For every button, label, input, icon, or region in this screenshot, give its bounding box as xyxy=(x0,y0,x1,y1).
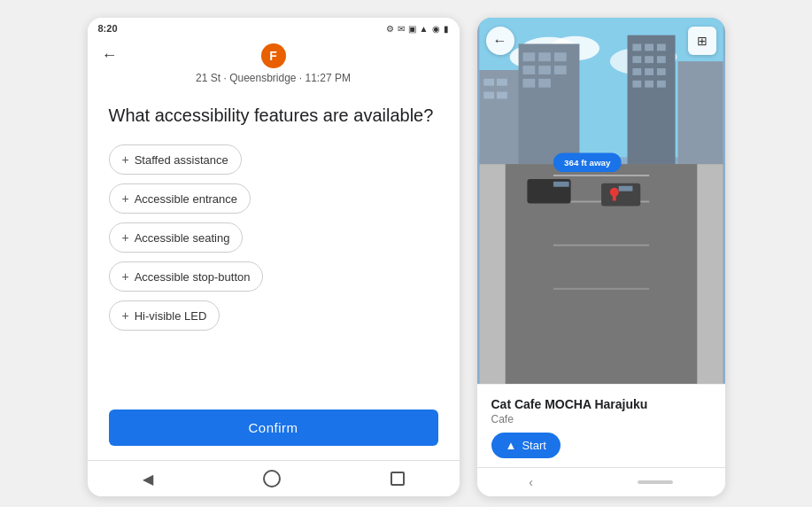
right-phone: 364 ft away ← ⊞ Cat Cafe MOCHA Harajuku … xyxy=(477,18,725,496)
svg-rect-27 xyxy=(632,68,641,75)
nav-header: ← F xyxy=(88,39,460,72)
svg-rect-16 xyxy=(538,66,551,74)
svg-rect-25 xyxy=(645,56,653,63)
svg-rect-8 xyxy=(483,92,494,99)
svg-rect-17 xyxy=(553,66,566,74)
option-accessible-seating[interactable]: + Accessible seating xyxy=(109,222,244,253)
app-container: 8:20 ⚙ ✉ ▣ ▲ ◉ ▮ ← F 21 St · Queensbridg… xyxy=(0,0,812,507)
option-accessible-entrance[interactable]: + Accessible entrance xyxy=(109,183,251,214)
svg-rect-36 xyxy=(697,164,723,384)
question-section: What accessibility features are availabl… xyxy=(88,90,460,137)
option-label-1: Staffed assistance xyxy=(135,153,228,167)
station-badge: F xyxy=(261,43,286,68)
svg-rect-43 xyxy=(553,182,568,187)
svg-rect-21 xyxy=(632,44,641,51)
option-staffed-assistance[interactable]: + Staffed assistance xyxy=(109,144,242,175)
option-hi-visible-led[interactable]: + Hi-visible LED xyxy=(109,300,220,331)
map-view: 364 ft away ← ⊞ xyxy=(477,18,725,384)
navigation-icon: ▲ xyxy=(506,439,517,452)
option-label-2: Accessible entrance xyxy=(135,192,237,206)
info-icon: ⊞ xyxy=(697,34,708,48)
svg-rect-47 xyxy=(612,192,615,201)
station-name: 21 St · Queensbridge · 11:27 PM xyxy=(88,72,460,90)
svg-rect-13 xyxy=(538,52,551,61)
plus-icon-1: + xyxy=(122,152,129,167)
signal-icon: ◉ xyxy=(432,24,440,34)
svg-rect-30 xyxy=(632,81,641,88)
status-icons: ⚙ ✉ ▣ ▲ ◉ ▮ xyxy=(386,24,449,34)
svg-rect-22 xyxy=(645,44,653,51)
street-scene-svg: 364 ft away xyxy=(477,18,725,384)
wifi-icon: ▲ xyxy=(420,24,429,34)
svg-rect-38 xyxy=(553,175,648,176)
place-type: Cafe xyxy=(491,413,711,425)
svg-rect-18 xyxy=(522,79,535,88)
message-icon: ✉ xyxy=(398,24,405,34)
plus-icon-4: + xyxy=(122,269,129,284)
start-label: Start xyxy=(522,439,545,452)
status-time: 8:20 xyxy=(98,23,118,34)
home-nav-button[interactable] xyxy=(263,470,281,488)
map-back-button[interactable]: ← xyxy=(486,27,514,55)
svg-text:364 ft away: 364 ft away xyxy=(564,158,611,168)
svg-rect-45 xyxy=(618,186,632,191)
svg-rect-19 xyxy=(538,79,551,88)
option-accessible-stop-button[interactable]: + Accessible stop-button xyxy=(109,261,264,292)
svg-rect-41 xyxy=(553,288,648,290)
option-label-4: Accessible stop-button xyxy=(135,270,251,284)
svg-rect-23 xyxy=(656,44,665,51)
svg-rect-20 xyxy=(627,35,675,167)
screen-icon: ▣ xyxy=(408,24,416,34)
settings-icon: ⚙ xyxy=(386,24,394,34)
map-info-button[interactable]: ⊞ xyxy=(688,27,716,55)
svg-rect-31 xyxy=(645,81,653,88)
bottom-nav: ◀ xyxy=(88,460,460,496)
svg-rect-33 xyxy=(677,61,723,166)
svg-rect-24 xyxy=(632,56,641,63)
question-title: What accessibility features are availabl… xyxy=(109,104,438,127)
battery-icon: ▮ xyxy=(444,24,449,34)
svg-rect-32 xyxy=(656,81,665,88)
confirm-section: Confirm xyxy=(88,395,460,460)
recents-nav-button[interactable] xyxy=(391,472,405,486)
plus-icon-5: + xyxy=(122,308,129,323)
svg-rect-28 xyxy=(645,68,653,75)
options-section: + Staffed assistance + Accessible entran… xyxy=(88,137,460,338)
chevron-icon[interactable]: ‹ xyxy=(529,475,533,489)
svg-rect-9 xyxy=(497,79,507,86)
right-bottom-nav: ‹ xyxy=(477,467,725,496)
svg-rect-40 xyxy=(553,245,648,246)
plus-icon-2: + xyxy=(122,191,129,206)
place-name: Cat Cafe MOCHA Harajuku xyxy=(491,397,711,411)
svg-rect-11 xyxy=(518,44,579,167)
nav-pill xyxy=(638,480,673,484)
confirm-button[interactable]: Confirm xyxy=(109,410,438,446)
plus-icon-3: + xyxy=(122,230,129,245)
start-button[interactable]: ▲ Start xyxy=(491,433,561,458)
place-card: Cat Cafe MOCHA Harajuku Cafe ▲ Start xyxy=(477,384,725,467)
svg-rect-26 xyxy=(656,56,665,63)
svg-rect-7 xyxy=(483,79,494,86)
svg-rect-12 xyxy=(522,52,535,61)
svg-rect-15 xyxy=(522,66,535,74)
svg-rect-35 xyxy=(479,164,506,384)
back-arrow-icon: ← xyxy=(493,33,507,49)
back-button[interactable]: ← xyxy=(102,46,118,65)
status-bar: 8:20 ⚙ ✉ ▣ ▲ ◉ ▮ xyxy=(88,18,460,39)
back-nav-button[interactable]: ◀ xyxy=(143,471,153,488)
left-phone: 8:20 ⚙ ✉ ▣ ▲ ◉ ▮ ← F 21 St · Queensbridg… xyxy=(88,18,460,496)
option-label-3: Accessible seating xyxy=(135,231,230,245)
svg-rect-29 xyxy=(656,68,665,75)
svg-rect-10 xyxy=(497,92,507,99)
option-label-5: Hi-visible LED xyxy=(135,309,207,323)
svg-rect-14 xyxy=(553,52,566,61)
